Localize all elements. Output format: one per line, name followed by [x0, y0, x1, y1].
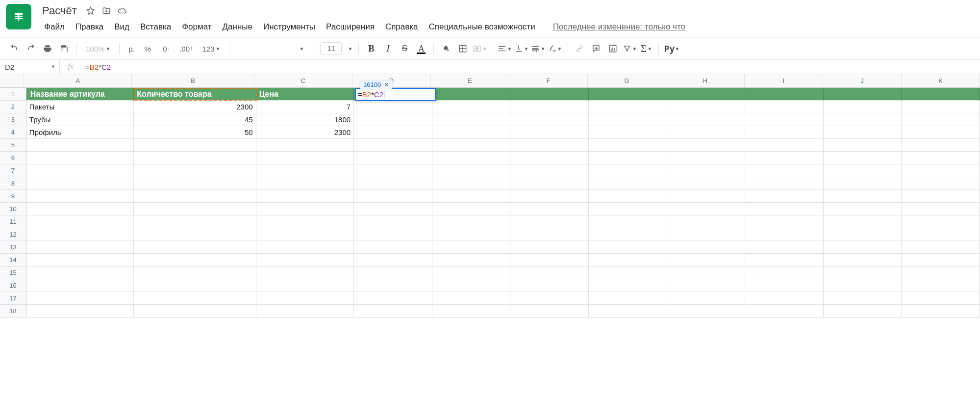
- cell[interactable]: [256, 164, 354, 177]
- cell[interactable]: [667, 203, 746, 215]
- cell[interactable]: [589, 292, 667, 305]
- decrease-decimals-button[interactable]: .0↓: [157, 41, 174, 56]
- cell[interactable]: [432, 267, 511, 279]
- cell[interactable]: [432, 164, 511, 177]
- select-all-corner[interactable]: [0, 74, 24, 88]
- cell[interactable]: [745, 228, 824, 241]
- name-box[interactable]: D2▼: [0, 60, 60, 74]
- cell[interactable]: [432, 126, 511, 139]
- row-header[interactable]: 10: [0, 203, 26, 215]
- cell[interactable]: [510, 305, 589, 318]
- cell[interactable]: [432, 139, 511, 152]
- fill-color-button[interactable]: [439, 41, 453, 56]
- cell[interactable]: [354, 215, 432, 228]
- bold-button[interactable]: B: [364, 41, 378, 56]
- row-header[interactable]: 13: [0, 241, 26, 254]
- cell[interactable]: [667, 215, 746, 228]
- cell[interactable]: [902, 139, 980, 152]
- cell[interactable]: [432, 113, 511, 126]
- menu-item[interactable]: Справка: [380, 20, 423, 34]
- row-header[interactable]: 4: [0, 126, 26, 139]
- cell[interactable]: [510, 152, 589, 164]
- row-header[interactable]: 3: [0, 113, 26, 126]
- cell[interactable]: [26, 152, 134, 164]
- insert-comment-button[interactable]: [589, 41, 603, 56]
- cell[interactable]: [432, 305, 511, 318]
- cell[interactable]: [667, 152, 746, 164]
- cell[interactable]: 1800: [256, 113, 354, 126]
- cell[interactable]: [134, 215, 256, 228]
- cell[interactable]: [134, 164, 256, 177]
- cell[interactable]: [510, 190, 589, 203]
- cell[interactable]: [902, 177, 980, 190]
- currency-button[interactable]: р.: [125, 41, 139, 56]
- cell[interactable]: [134, 152, 256, 164]
- cell[interactable]: [354, 241, 432, 254]
- cell[interactable]: [824, 152, 902, 164]
- cell[interactable]: [256, 241, 354, 254]
- cell[interactable]: [589, 305, 667, 318]
- row-header[interactable]: 18: [0, 305, 26, 318]
- row-header[interactable]: 16: [0, 279, 26, 292]
- row-header[interactable]: 2: [0, 101, 26, 113]
- column-header[interactable]: B: [132, 74, 254, 88]
- cell[interactable]: [354, 139, 432, 152]
- cell[interactable]: [902, 267, 980, 279]
- insert-chart-button[interactable]: [605, 41, 620, 56]
- row-header[interactable]: 5: [0, 139, 26, 152]
- cell[interactable]: [354, 228, 432, 241]
- cell[interactable]: [354, 305, 432, 318]
- cell[interactable]: [432, 152, 511, 164]
- cell[interactable]: [26, 190, 134, 203]
- sheets-app-icon[interactable]: [6, 4, 31, 29]
- header-cell[interactable]: [510, 88, 589, 101]
- cell[interactable]: Пакеты: [26, 101, 134, 113]
- cell[interactable]: [256, 177, 354, 190]
- insert-link-button[interactable]: [572, 41, 587, 56]
- cell[interactable]: [432, 228, 511, 241]
- column-header[interactable]: G: [588, 74, 666, 88]
- cell[interactable]: [134, 292, 256, 305]
- cell[interactable]: [134, 254, 256, 267]
- menu-item[interactable]: Инструменты: [258, 20, 320, 34]
- cell[interactable]: [510, 267, 589, 279]
- cell[interactable]: [902, 254, 980, 267]
- cell[interactable]: [134, 203, 256, 215]
- cell[interactable]: [745, 241, 824, 254]
- cell[interactable]: [354, 152, 432, 164]
- cell[interactable]: [510, 101, 589, 113]
- paint-format-button[interactable]: [57, 41, 72, 56]
- cell[interactable]: [824, 190, 902, 203]
- cell[interactable]: [134, 139, 256, 152]
- apps-script-button[interactable]: Ру▼: [664, 41, 678, 56]
- cell[interactable]: [589, 190, 667, 203]
- menu-item[interactable]: Формат: [177, 20, 216, 34]
- cell[interactable]: [824, 267, 902, 279]
- move-to-folder-icon[interactable]: [101, 6, 111, 16]
- cell[interactable]: [432, 190, 511, 203]
- cell[interactable]: [745, 203, 824, 215]
- cell[interactable]: [510, 139, 589, 152]
- functions-button[interactable]: Σ▼: [639, 41, 653, 56]
- menu-item[interactable]: Вставка: [135, 20, 176, 34]
- cell[interactable]: [256, 203, 354, 215]
- cell[interactable]: [745, 254, 824, 267]
- cell[interactable]: [824, 139, 902, 152]
- cell[interactable]: [902, 305, 980, 318]
- cell[interactable]: [589, 228, 667, 241]
- header-cell[interactable]: Название артикула: [26, 88, 134, 101]
- cell[interactable]: [667, 279, 746, 292]
- cell[interactable]: [824, 292, 902, 305]
- cell[interactable]: [26, 177, 134, 190]
- cell[interactable]: [902, 203, 980, 215]
- cell[interactable]: [745, 152, 824, 164]
- cell[interactable]: [824, 215, 902, 228]
- cell[interactable]: [432, 203, 511, 215]
- cell[interactable]: [26, 305, 134, 318]
- cell[interactable]: [510, 279, 589, 292]
- cell[interactable]: [354, 292, 432, 305]
- zoom-dropdown[interactable]: 100%▼: [82, 41, 114, 56]
- cell[interactable]: [510, 203, 589, 215]
- cell[interactable]: [354, 101, 432, 113]
- borders-button[interactable]: [455, 41, 470, 56]
